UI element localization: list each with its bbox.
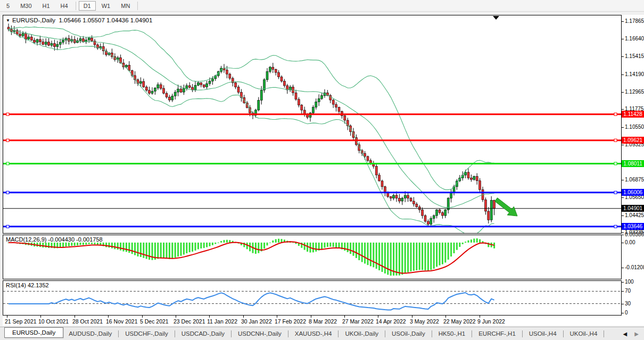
price-axis-tick — [622, 233, 624, 233]
timeframe-button-m30[interactable]: M30 — [15, 1, 36, 11]
price-axis-tick-label: 1.12965 — [625, 89, 644, 95]
date-axis-tick — [142, 316, 143, 318]
date-axis-tick — [412, 316, 412, 318]
date-axis-label: 30 Jan 2022 — [241, 318, 272, 325]
timeframe-button-h4[interactable]: H4 — [56, 1, 73, 11]
tab-separator — [432, 330, 432, 337]
tab-ukoil-h4[interactable]: UKOil-,H4 — [565, 329, 603, 338]
down-right-arrow-annotation[interactable] — [495, 198, 517, 216]
tab-separator — [175, 330, 175, 337]
date-axis-tick — [378, 316, 378, 318]
tab-usdcad-daily[interactable]: USDCAD-,Daily — [176, 329, 230, 338]
hline-1.08011[interactable] — [3, 162, 621, 165]
timeframe-button-w1[interactable]: W1 — [97, 1, 115, 11]
tab-scroll-left-icon[interactable]: ◀ — [623, 331, 628, 337]
rsi-axis-tick-label: 0 — [625, 310, 628, 316]
price-axis-tick-label: 1.17865 — [625, 18, 644, 24]
tab-usdcnh-daily[interactable]: USDCNH-,Daily — [233, 329, 287, 338]
price-axis: 1.178651.166401.154151.141901.129651.117… — [622, 15, 644, 326]
price-axis-badge-1.03646: 1.03646 — [622, 223, 644, 230]
tab-separator — [604, 330, 604, 337]
tab-separator — [385, 330, 385, 337]
date-axis-tick — [176, 316, 176, 318]
timeframe-button-mn[interactable]: MN — [116, 1, 135, 11]
price-axis-badge-1.08011: 1.08011 — [622, 160, 644, 167]
hline-1.09621[interactable] — [3, 139, 621, 142]
price-axis-tick — [622, 215, 624, 216]
price-axis-tick — [622, 109, 624, 110]
price-axis-badge-1.11428: 1.11428 — [622, 111, 644, 118]
tab-usdchf-daily[interactable]: USDCHF-,Daily — [120, 329, 174, 338]
rsi-axis-tick-label: 30 — [625, 301, 631, 307]
macd-histogram — [8, 238, 496, 276]
date-axis-tick — [40, 316, 41, 318]
timeframe-button-h1[interactable]: H1 — [38, 1, 55, 11]
tab-ukoil-daily[interactable]: UKOil-,Daily — [340, 329, 384, 338]
price-axis-tick — [622, 74, 624, 75]
price-axis-tick — [622, 92, 624, 93]
toolbar-separator — [137, 2, 138, 10]
tab-audusd-daily[interactable]: AUDUSD-,Daily — [63, 329, 117, 338]
timeframe-toolbar: 5M30H1H4D1W1MN — [0, 0, 644, 12]
macd-panel[interactable]: MACD(12,26,9) -0.004430 -0.001758 — [3, 235, 622, 279]
date-axis-label: 14 Apr 2022 — [376, 318, 406, 325]
rsi-panel[interactable]: RSI(14) 42.1352 — [3, 280, 622, 316]
tab-scroll-right-icon[interactable]: ▶ — [634, 331, 639, 337]
macd-axis-tick — [622, 268, 624, 268]
date-axis-label: 3 May 2022 — [410, 318, 439, 325]
price-axis-badge-1.09621: 1.09621 — [622, 137, 644, 144]
chart-tab-bar: EURUSD-,DailyAUDUSD-,DailyUSDCHF-,DailyU… — [0, 327, 644, 340]
rsi-canvas[interactable] — [3, 281, 621, 315]
date-axis-label: 11 Jan 2022 — [207, 318, 237, 325]
price-axis-tick — [622, 145, 624, 145]
tab-separator — [338, 330, 338, 337]
tab-separator — [563, 330, 564, 337]
macd-axis-tick-label: 0.003865 — [625, 231, 644, 238]
macd-axis-tick — [622, 235, 624, 235]
bollinger-middle-line — [9, 29, 494, 208]
tab-separator — [118, 330, 119, 337]
date-axis-label: 16 Nov 2021 — [106, 318, 138, 325]
hline-1.11428[interactable] — [3, 113, 621, 115]
price-axis-tick-label: 1.06875 — [625, 177, 644, 183]
tab-separator — [231, 330, 232, 337]
candles-layer — [7, 23, 496, 227]
rsi-label: RSI(14) 42.1352 — [6, 282, 49, 288]
tab-hk50-h1[interactable]: HK50-,H1 — [433, 329, 471, 338]
price-axis-tick-label: 1.15415 — [625, 53, 644, 60]
price-chart-panel[interactable]: ▼EURUSD-,Daily 1.05466 1.05507 1.04436 1… — [3, 15, 622, 234]
price-chart-canvas[interactable] — [3, 15, 621, 233]
last-bar-marker-icon — [493, 16, 499, 20]
date-axis-label: 8 Mar 2022 — [309, 318, 337, 325]
date-axis-tick — [344, 316, 345, 318]
price-axis-tick-label: 1.14190 — [625, 71, 644, 78]
macd-label: MACD(12,26,9) -0.004430 -0.001758 — [6, 236, 103, 243]
tab-usoil-h4[interactable]: USOil-,H4 — [524, 329, 562, 338]
chart-title-symbol: EURUSD-,Daily — [12, 17, 55, 23]
date-axis-tick — [277, 316, 277, 318]
price-axis-badge-1.04901: 1.04901 — [622, 205, 644, 212]
timeframe-button-d1[interactable]: D1 — [79, 1, 96, 11]
date-axis-label: 9 Jun 2022 — [477, 318, 505, 325]
tab-eurusd-daily[interactable]: EURUSD-,Daily — [4, 327, 63, 338]
date-axis-tick — [75, 316, 75, 318]
chart-expand-icon[interactable]: ▼ — [6, 18, 10, 23]
hline-1.03646[interactable] — [3, 225, 621, 228]
tab-eurchf-h1[interactable]: EURCHF-,H1 — [473, 329, 521, 338]
tab-separator — [288, 330, 288, 337]
date-axis-label: 23 Dec 2021 — [174, 318, 205, 325]
timeframe-button-5[interactable]: 5 — [2, 1, 14, 11]
price-axis-badge-1.06006: 1.06006 — [622, 189, 644, 196]
date-axis-tick — [209, 316, 210, 318]
rsi-axis-tick-label: 70 — [625, 288, 631, 294]
date-axis-tick — [311, 316, 311, 318]
tab-usoil-daily[interactable]: USOil-,Daily — [386, 329, 431, 338]
date-axis-label: 17 Feb 2022 — [275, 318, 306, 325]
macd-signal-line — [9, 242, 494, 273]
date-axis: 21 Sep 202110 Oct 202128 Oct 202116 Nov … — [3, 316, 622, 326]
tab-xauusd-h4[interactable]: XAUUSD-,H4 — [290, 329, 337, 338]
hline-1.06006[interactable] — [3, 191, 621, 194]
date-axis-tick — [480, 316, 480, 318]
rsi-axis-tick — [622, 291, 624, 292]
tab-scroll-arrows: ◀▶ — [623, 331, 639, 337]
